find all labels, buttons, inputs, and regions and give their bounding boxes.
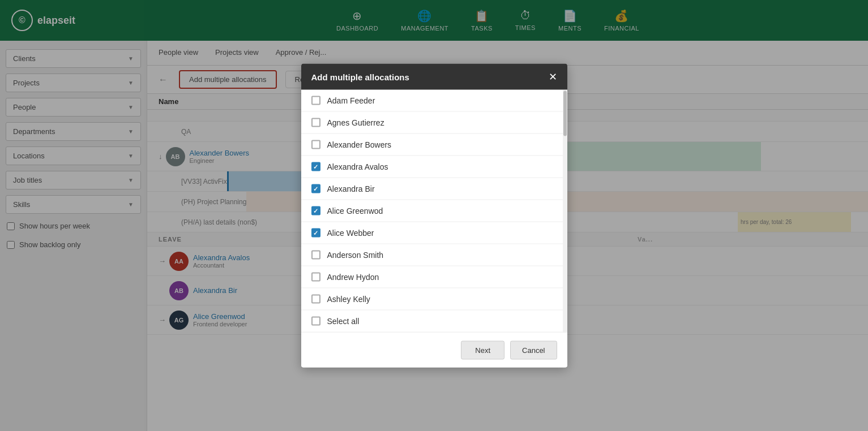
modal-person-item[interactable]: Alexandra Bir <box>301 178 567 200</box>
modal-person-name: Agnes Gutierrez <box>327 118 384 127</box>
modal-person-checkbox[interactable] <box>311 96 320 105</box>
modal-person-checkbox[interactable] <box>311 317 320 326</box>
modal-close-button[interactable]: ✕ <box>549 72 557 82</box>
modal-person-checkbox[interactable] <box>311 184 320 193</box>
modal-person-item[interactable]: Alice Webber <box>301 222 567 244</box>
add-multiple-allocations-modal: Add multiple allocations ✕ Adam FeederAg… <box>301 64 567 368</box>
modal-person-name: Alexandra Avalos <box>327 162 388 171</box>
modal-body: Adam FeederAgnes GutierrezAlexander Bowe… <box>301 90 567 333</box>
modal-person-item[interactable]: Alice Greenwod <box>301 200 567 222</box>
modal-person-name: Adam Feeder <box>327 96 375 105</box>
modal-person-name: Alice Webber <box>327 229 374 238</box>
modal-person-checkbox[interactable] <box>311 140 320 149</box>
modal-person-name: Ashley Kelly <box>327 295 370 304</box>
modal-person-name: Alice Greenwod <box>327 206 383 215</box>
modal-person-item[interactable]: Agnes Gutierrez <box>301 112 567 134</box>
modal-person-name: Anderson Smith <box>327 251 384 260</box>
modal-person-checkbox[interactable] <box>311 273 320 282</box>
modal-person-checkbox[interactable] <box>311 251 320 260</box>
modal-person-checkbox[interactable] <box>311 295 320 304</box>
modal-scrollbar[interactable] <box>563 90 567 333</box>
modal-people-list: Adam FeederAgnes GutierrezAlexander Bowe… <box>301 90 567 333</box>
modal-person-checkbox[interactable] <box>311 206 320 215</box>
modal-person-name: Andrew Hydon <box>327 273 379 282</box>
modal-header: Add multiple allocations ✕ <box>301 64 567 90</box>
modal-person-item[interactable]: Alexander Bowers <box>301 134 567 156</box>
cancel-button[interactable]: Cancel <box>510 341 557 360</box>
modal-person-checkbox[interactable] <box>311 118 320 127</box>
modal-person-checkbox[interactable] <box>311 162 320 171</box>
modal-person-name: Alexander Bowers <box>327 140 392 149</box>
modal-person-item[interactable]: Ashley Kelly <box>301 288 567 311</box>
modal-person-name: Alexandra Bir <box>327 184 375 193</box>
modal-person-item[interactable]: Select all <box>301 311 567 333</box>
modal-person-item[interactable]: Anderson Smith <box>301 244 567 266</box>
modal-footer: Next Cancel <box>301 333 567 368</box>
modal-scroll-thumb <box>563 91 567 136</box>
modal-person-checkbox[interactable] <box>311 229 320 238</box>
modal-person-item[interactable]: Adam Feeder <box>301 90 567 112</box>
modal-person-item[interactable]: Alexandra Avalos <box>301 156 567 178</box>
modal-title: Add multiple allocations <box>311 72 409 81</box>
next-button[interactable]: Next <box>461 341 504 360</box>
modal-person-name: Select all <box>327 317 360 326</box>
modal-person-item[interactable]: Andrew Hydon <box>301 266 567 288</box>
